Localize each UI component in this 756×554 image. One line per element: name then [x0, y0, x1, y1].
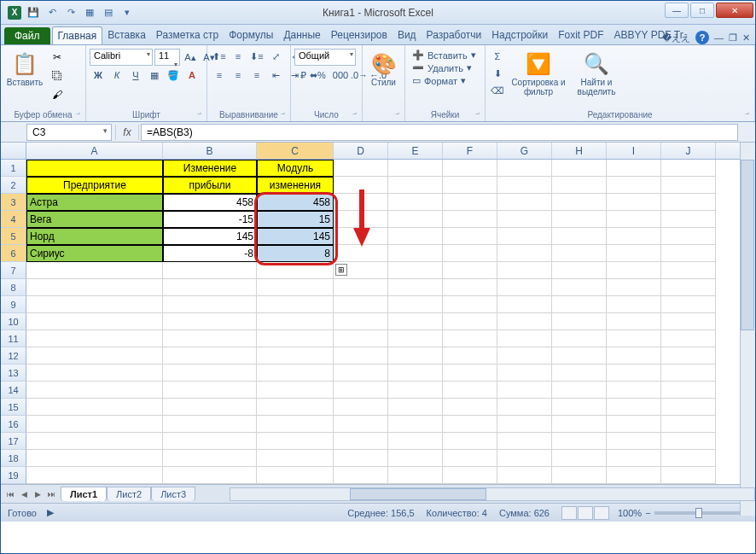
cell-G3[interactable] — [497, 194, 552, 211]
cell-B3[interactable]: 458 — [163, 194, 257, 211]
cell-F16[interactable] — [443, 416, 497, 433]
view-page-break-icon[interactable] — [594, 506, 609, 520]
cell-H4[interactable] — [552, 211, 607, 228]
cell-G6[interactable] — [497, 245, 552, 262]
cell-D8[interactable] — [334, 279, 388, 296]
column-header-D[interactable]: D — [334, 143, 388, 159]
cell-B19[interactable] — [163, 467, 257, 484]
maximize-button[interactable]: □ — [690, 3, 714, 18]
cell-F10[interactable] — [443, 313, 497, 330]
cell-H5[interactable] — [552, 228, 607, 245]
currency-icon[interactable]: ₽ — [294, 67, 311, 83]
sheet-tab-2[interactable]: Лист3 — [151, 487, 195, 501]
row-header-10[interactable]: 10 — [1, 313, 26, 330]
cell-A6[interactable]: Сириус — [26, 245, 163, 262]
cell-E11[interactable] — [388, 330, 443, 347]
cell-J14[interactable] — [661, 382, 716, 399]
cell-G12[interactable] — [497, 347, 552, 364]
cell-A12[interactable] — [26, 347, 163, 364]
ribbon-tab-1[interactable]: Вставка — [102, 26, 151, 44]
cell-G19[interactable] — [497, 467, 552, 484]
cell-A16[interactable] — [26, 416, 163, 433]
cell-H16[interactable] — [552, 416, 607, 433]
delete-cells-button[interactable]: ➖Удалить ▾ — [409, 61, 475, 74]
cell-I13[interactable] — [607, 364, 661, 382]
cell-C11[interactable] — [257, 330, 334, 347]
cell-J11[interactable] — [661, 330, 716, 347]
zoom-slider[interactable] — [654, 511, 740, 515]
cell-G14[interactable] — [497, 382, 552, 399]
cell-J7[interactable] — [661, 262, 716, 279]
row-header-8[interactable]: 8 — [1, 279, 26, 296]
cell-D17[interactable] — [334, 433, 388, 450]
cell-B10[interactable] — [163, 313, 257, 330]
cell-H12[interactable] — [552, 347, 607, 364]
save-icon[interactable]: 💾 — [25, 4, 42, 21]
cell-C10[interactable] — [257, 313, 334, 330]
cell-A10[interactable] — [26, 313, 163, 330]
cell-C3[interactable]: 458 — [257, 194, 334, 211]
cell-F4[interactable] — [443, 211, 497, 228]
cell-C18[interactable] — [257, 450, 334, 467]
align-center-icon[interactable]: ≡ — [230, 67, 247, 83]
view-normal-icon[interactable] — [561, 506, 577, 520]
cell-H13[interactable] — [552, 364, 607, 382]
qat-btn-icon[interactable]: ▦ — [81, 4, 98, 21]
cell-A4[interactable]: Вега — [26, 211, 163, 228]
ribbon-tab-4[interactable]: Данные — [278, 26, 325, 44]
cell-B8[interactable] — [163, 279, 257, 296]
cell-E16[interactable] — [388, 416, 443, 433]
cell-H18[interactable] — [552, 450, 607, 467]
cell-H19[interactable] — [552, 467, 607, 484]
cell-E9[interactable] — [388, 296, 443, 313]
cell-D15[interactable] — [334, 399, 388, 416]
sheet-nav-last-icon[interactable]: ⏭ — [45, 487, 57, 501]
sheet-nav-first-icon[interactable]: ⏮ — [4, 487, 16, 501]
ribbon-tab-3[interactable]: Формулы — [224, 26, 278, 44]
cell-A7[interactable] — [26, 262, 163, 279]
column-header-G[interactable]: G — [497, 143, 552, 159]
cell-G2[interactable] — [497, 177, 552, 194]
cell-E19[interactable] — [388, 467, 443, 484]
format-painter-icon[interactable]: 🖌 — [49, 86, 66, 103]
cell-A14[interactable] — [26, 382, 163, 399]
cell-E17[interactable] — [388, 433, 443, 450]
column-header-I[interactable]: I — [607, 143, 661, 159]
cell-J18[interactable] — [661, 450, 716, 467]
format-cells-button[interactable]: ▭Формат ▾ — [409, 74, 469, 87]
cell-G15[interactable] — [497, 399, 552, 416]
cell-I6[interactable] — [607, 245, 661, 262]
ribbon-tab-2[interactable]: Разметка стр — [151, 26, 224, 44]
cell-H7[interactable] — [552, 262, 607, 279]
excel-icon[interactable]: X — [6, 4, 23, 21]
row-header-12[interactable]: 12 — [1, 347, 26, 364]
cell-A5[interactable]: Норд — [26, 228, 163, 245]
cell-C13[interactable] — [257, 364, 334, 382]
align-top-icon[interactable]: ⬆≡ — [211, 49, 228, 64]
find-select-button[interactable]: 🔍 Найти и выделить — [571, 49, 622, 98]
row-header-17[interactable]: 17 — [1, 433, 26, 450]
column-header-B[interactable]: B — [163, 143, 257, 159]
cell-C8[interactable] — [257, 279, 334, 296]
italic-icon[interactable]: К — [108, 67, 125, 83]
cell-G9[interactable] — [497, 296, 552, 313]
cell-E4[interactable] — [388, 211, 443, 228]
cell-B17[interactable] — [163, 433, 257, 450]
cell-E1[interactable] — [388, 160, 443, 177]
cell-A18[interactable] — [26, 450, 163, 467]
sort-filter-button[interactable]: 🔽 Сортировка и фильтр — [509, 49, 567, 98]
select-all-corner[interactable] — [1, 143, 26, 159]
row-header-11[interactable]: 11 — [1, 330, 26, 347]
cell-J3[interactable] — [661, 194, 716, 211]
cell-J2[interactable] — [661, 177, 716, 194]
cells-area[interactable]: ИзменениеМодульПредприятиеприбылиизменен… — [26, 160, 716, 484]
row-header-15[interactable]: 15 — [1, 399, 26, 416]
cell-H1[interactable] — [552, 160, 607, 177]
row-header-19[interactable]: 19 — [1, 467, 26, 484]
font-size-combo[interactable]: 11 — [154, 49, 180, 66]
minimize-button[interactable]: — — [665, 3, 689, 18]
column-header-E[interactable]: E — [388, 143, 443, 159]
qat-btn-icon[interactable]: ▤ — [100, 4, 117, 21]
cell-J15[interactable] — [661, 399, 716, 416]
underline-icon[interactable]: Ч — [127, 67, 144, 83]
